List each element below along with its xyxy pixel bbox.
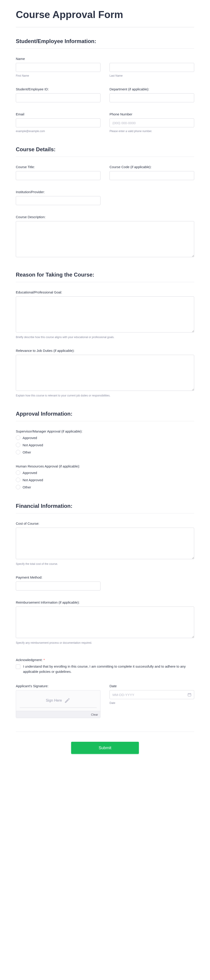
radio-label: Not Approved [22,443,43,447]
institution-input[interactable] [16,196,101,205]
field-reimbursement: Reimbursement Information (if applicable… [16,600,194,644]
radio-sup-approved[interactable]: Approved [16,436,194,440]
cost-textarea[interactable] [16,528,194,559]
student-id-input[interactable] [16,93,101,102]
radio-hr-not-approved[interactable]: Not Approved [16,477,194,482]
phone-sublabel: Please enter a valid phone number. [109,130,194,133]
calendar-icon [188,693,191,697]
hr-label: Human Resources Approval (if applicable)… [16,464,194,468]
radio-sup-other[interactable]: Other [16,450,194,454]
clear-signature-button[interactable]: Clear [91,713,98,716]
date-label: Date [109,684,194,688]
phone-input[interactable] [109,118,194,127]
radio-icon [16,450,20,454]
checkbox-icon [16,665,20,669]
field-student-id: Student/Employee ID: [16,87,101,102]
field-goal: Educational/Professional Goal: Briefly d… [16,290,194,339]
email-input[interactable] [16,118,101,127]
field-date: Date Date [109,684,194,718]
supervisor-label: Supervisor/Manager Approval (if applicab… [16,430,194,433]
relevance-textarea[interactable] [16,355,194,391]
field-acknowledgment: Acknowledgment: * I understand that by e… [16,658,194,674]
section-signature: Acknowledgment: * I understand that by e… [16,658,194,718]
email-label: Email [16,112,101,116]
course-title-label: Course Title: [16,165,101,169]
student-id-label: Student/Employee ID: [16,87,101,91]
last-name-input[interactable] [109,63,194,72]
radio-label: Approved [22,436,37,440]
radio-icon [16,470,20,475]
course-desc-label: Course Description: [16,215,194,219]
submit-button[interactable]: Submit [71,742,139,754]
reimbursement-textarea[interactable] [16,606,194,638]
course-desc-textarea[interactable] [16,221,194,257]
field-department: Department (if applicable): [109,87,194,102]
goal-sublabel: Briefly describe how this course aligns … [16,336,194,339]
goal-textarea[interactable] [16,296,194,332]
section-heading-reason: Reason for Taking the Course: [16,272,194,282]
cost-label: Cost of Course: [16,522,194,525]
field-supervisor-approval: Supervisor/Manager Approval (if applicab… [16,430,194,454]
field-course-code: Course Code (if applicable): [109,165,194,180]
radio-label: Not Approved [22,478,43,482]
field-relevance: Relevance to Job Duties (if applicable):… [16,349,194,397]
email-sublabel: example@example.com [16,130,101,133]
section-heading-financial: Financial Information: [16,503,194,514]
reimbursement-sublabel: Specify any reimbursement process or doc… [16,641,194,644]
payment-input[interactable] [16,582,101,590]
sign-here-text: Sign Here [46,698,62,703]
signature-pad[interactable]: Sign Here Clear [16,690,101,718]
section-student-info: Student/Employee Information: Name First… [16,38,194,133]
radio-sup-not-approved[interactable]: Not Approved [16,443,194,447]
date-sublabel: Date [109,702,194,705]
last-name-sublabel: Last Name [109,74,194,77]
field-phone: Phone Number Please enter a valid phone … [109,112,194,133]
field-payment: Payment Method: [16,576,105,590]
section-financial: Financial Information: Cost of Course: S… [16,503,194,644]
phone-label: Phone Number [109,112,194,116]
course-code-label: Course Code (if applicable): [109,165,194,169]
signature-label: Applicant's Signature: [16,684,101,688]
radio-hr-other[interactable]: Other [16,485,194,489]
reimbursement-label: Reimbursement Information (if applicable… [16,600,194,604]
radio-hr-approved[interactable]: Approved [16,470,194,475]
course-title-input[interactable] [16,171,101,180]
radio-icon [16,485,20,489]
goal-label: Educational/Professional Goal: [16,290,194,294]
page-title: Course Approval Form [16,9,194,20]
section-heading-student: Student/Employee Information: [16,38,194,49]
cost-sublabel: Specify the total cost of the course. [16,562,194,565]
course-code-input[interactable] [109,171,194,180]
field-institution: Institution/Provider: [16,190,105,205]
section-heading-course: Course Details: [16,146,194,157]
institution-label: Institution/Provider: [16,190,101,194]
relevance-label: Relevance to Job Duties (if applicable): [16,349,194,353]
first-name-sublabel: First Name [16,74,101,77]
ack-text: I understand that by enrolling in this c… [23,664,194,674]
pen-icon [64,697,71,704]
relevance-sublabel: Explain how this course is relevant to y… [16,394,194,397]
name-label: Name [16,57,194,60]
title-divider [16,27,194,27]
date-input[interactable] [109,690,194,699]
field-cost: Cost of Course: Specify the total cost o… [16,522,194,565]
section-heading-approval: Approval Information: [16,410,194,421]
field-name: Name First Name Last Name [16,57,194,77]
field-hr-approval: Human Resources Approval (if applicable)… [16,464,194,489]
first-name-input[interactable] [16,63,101,72]
radio-icon [16,443,20,447]
payment-label: Payment Method: [16,576,101,579]
ack-checkbox-row[interactable]: I understand that by enrolling in this c… [16,664,194,674]
section-approval: Approval Information: Supervisor/Manager… [16,410,194,489]
svg-rect-0 [188,694,191,696]
department-input[interactable] [109,93,194,102]
section-reason: Reason for Taking the Course: Educationa… [16,272,194,397]
submit-row: Submit [16,732,194,754]
radio-label: Other [22,485,31,489]
radio-icon [16,477,20,482]
department-label: Department (if applicable): [109,87,194,91]
ack-label: Acknowledgment: * [16,658,194,662]
field-signature: Applicant's Signature: Sign Here Clear [16,684,101,718]
radio-icon [16,436,20,440]
radio-label: Approved [22,471,37,475]
